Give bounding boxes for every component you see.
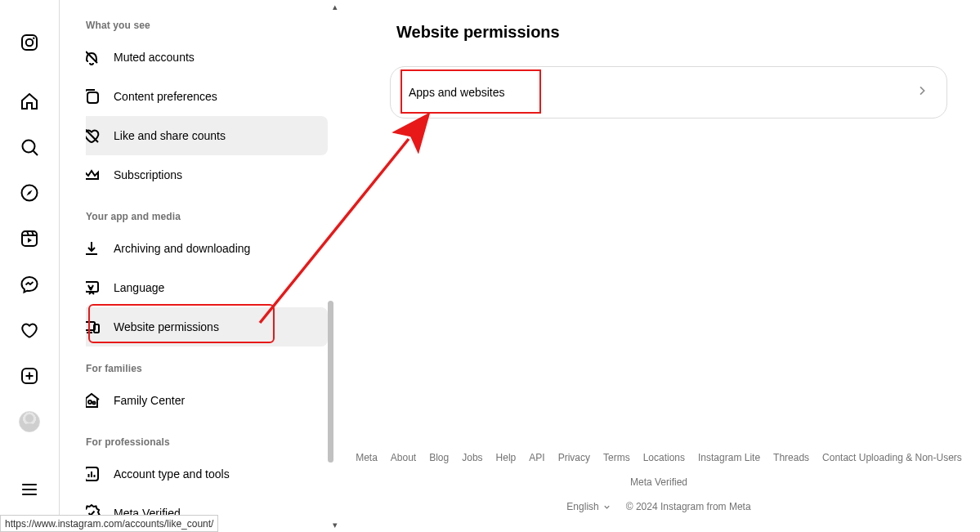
permissions-card: Apps and websites bbox=[390, 66, 947, 118]
footer-link-privacy[interactable]: Privacy bbox=[558, 452, 590, 463]
footer-link-instagram-lite[interactable]: Instagram Lite bbox=[698, 452, 760, 463]
sidebar-item-muted-accounts[interactable]: Muted accounts bbox=[86, 38, 328, 77]
chevron-right-icon bbox=[915, 84, 929, 101]
sidebar-item-account-type-tools[interactable]: Account type and tools bbox=[86, 454, 328, 494]
svg-point-25 bbox=[93, 402, 96, 405]
sidebar-item-label: Muted accounts bbox=[114, 51, 195, 64]
scrollbar[interactable] bbox=[328, 11, 333, 521]
sidebar-item-label: Archiving and downloading bbox=[114, 242, 250, 255]
language-icon bbox=[86, 277, 102, 298]
browser-status-bar: https://www.instagram.com/accounts/like_… bbox=[0, 515, 218, 532]
footer-link-meta-verified[interactable]: Meta Verified bbox=[630, 476, 687, 488]
scrollbar-thumb[interactable] bbox=[328, 301, 333, 463]
svg-rect-17 bbox=[87, 92, 98, 103]
footer-copyright: © 2024 Instagram from Meta bbox=[626, 501, 751, 512]
nav-notifications[interactable] bbox=[10, 311, 49, 350]
bar-chart-icon bbox=[86, 463, 102, 485]
avatar-icon bbox=[19, 411, 40, 432]
sidebar-item-subscriptions[interactable]: Subscriptions bbox=[86, 155, 328, 194]
section-heading-for-professionals: For professionals bbox=[86, 436, 328, 448]
svg-rect-6 bbox=[22, 231, 37, 246]
nav-messages[interactable] bbox=[10, 265, 49, 304]
sidebar-item-label: Content preferences bbox=[114, 90, 217, 103]
sidebar-item-label: Family Center bbox=[114, 394, 185, 407]
nav-create[interactable] bbox=[10, 356, 49, 396]
svg-point-3 bbox=[23, 141, 35, 153]
footer-link-blog[interactable]: Blog bbox=[429, 452, 449, 463]
nav-explore[interactable] bbox=[10, 173, 49, 212]
family-house-icon bbox=[86, 390, 102, 411]
sidebar-item-label: Website permissions bbox=[114, 320, 219, 333]
svg-point-1 bbox=[26, 39, 33, 46]
svg-line-4 bbox=[34, 151, 38, 155]
settings-sidebar: ▴ What you see Muted accounts Content pr… bbox=[60, 0, 338, 532]
footer-link-meta[interactable]: Meta bbox=[356, 452, 378, 463]
sidebar-item-archiving-downloading[interactable]: Archiving and downloading bbox=[86, 229, 328, 268]
footer-link-about[interactable]: About bbox=[391, 452, 416, 463]
sidebar-item-like-share-counts[interactable]: Like and share counts bbox=[86, 116, 328, 155]
footer-link-help[interactable]: Help bbox=[496, 452, 517, 463]
nav-reels[interactable] bbox=[10, 219, 49, 258]
footer-link-contact-upload[interactable]: Contact Uploading & Non-Users bbox=[822, 452, 962, 463]
footer-link-terms[interactable]: Terms bbox=[603, 452, 630, 463]
card-row-label: Apps and websites bbox=[409, 86, 505, 99]
devices-icon bbox=[86, 316, 102, 338]
svg-rect-0 bbox=[22, 35, 37, 50]
main-content: Website permissions Apps and websites Me… bbox=[338, 0, 980, 532]
download-icon bbox=[86, 238, 102, 259]
heart-off-icon bbox=[86, 125, 102, 146]
footer: Meta About Blog Jobs Help API Privacy Te… bbox=[338, 444, 980, 532]
sidebar-item-website-permissions[interactable]: Website permissions bbox=[86, 307, 328, 346]
chevron-down-icon bbox=[602, 503, 611, 512]
sidebar-item-language[interactable]: Language bbox=[86, 268, 328, 307]
footer-link-api[interactable]: API bbox=[529, 452, 544, 463]
sidebar-item-label: Account type and tools bbox=[114, 467, 230, 481]
footer-link-threads[interactable]: Threads bbox=[773, 452, 809, 463]
svg-rect-23 bbox=[94, 324, 99, 333]
nav-home[interactable] bbox=[10, 82, 49, 121]
status-url: https://www.instagram.com/accounts/like_… bbox=[5, 518, 213, 530]
content-stack-icon bbox=[86, 86, 102, 107]
sidebar-item-label: Like and share counts bbox=[114, 129, 226, 142]
nav-search[interactable] bbox=[10, 127, 49, 167]
nav-rail bbox=[0, 0, 60, 532]
footer-link-locations[interactable]: Locations bbox=[643, 452, 685, 463]
page-title: Website permissions bbox=[396, 23, 947, 42]
footer-link-jobs[interactable]: Jobs bbox=[462, 452, 482, 463]
section-heading-your-app-media: Your app and media bbox=[86, 211, 328, 222]
crown-icon bbox=[86, 164, 102, 186]
instagram-logo-icon[interactable] bbox=[10, 23, 49, 62]
bell-off-icon bbox=[86, 47, 102, 68]
svg-point-24 bbox=[88, 400, 92, 404]
nav-more[interactable] bbox=[10, 470, 49, 509]
section-heading-for-families: For families bbox=[86, 363, 328, 374]
language-label: English bbox=[566, 501, 598, 512]
section-heading-what-you-see: What you see bbox=[86, 20, 328, 31]
language-selector[interactable]: English bbox=[566, 501, 611, 512]
sidebar-item-content-preferences[interactable]: Content preferences bbox=[86, 77, 328, 116]
sidebar-item-label: Subscriptions bbox=[114, 168, 182, 181]
sidebar-item-family-center[interactable]: Family Center bbox=[86, 381, 328, 420]
sidebar-item-label: Language bbox=[114, 281, 164, 294]
apps-and-websites-row[interactable]: Apps and websites bbox=[391, 67, 946, 118]
footer-links: Meta About Blog Jobs Help API Privacy Te… bbox=[354, 452, 964, 488]
nav-profile[interactable] bbox=[10, 402, 49, 441]
svg-point-2 bbox=[33, 38, 34, 39]
